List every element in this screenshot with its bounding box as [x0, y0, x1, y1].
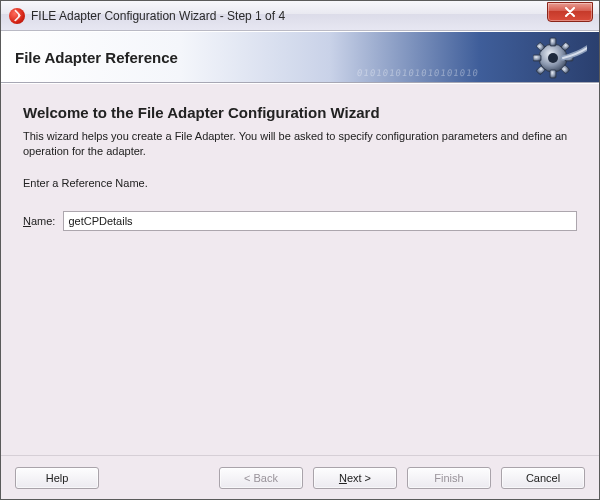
wizard-window: FILE Adapter Configuration Wizard - Step…: [0, 0, 600, 500]
svg-rect-2: [550, 38, 556, 46]
app-icon: [9, 8, 25, 24]
wizard-description: This wizard helps you create a File Adap…: [23, 129, 577, 159]
name-input[interactable]: [63, 211, 577, 231]
banner-title: File Adapter Reference: [15, 49, 178, 66]
banner-decoration-digits: 0101010101010101010: [356, 68, 479, 78]
name-label: Name:: [23, 215, 55, 227]
svg-point-1: [548, 53, 558, 63]
name-field-row: Name:: [23, 211, 577, 231]
button-bar: Help < Back Next > Finish Cancel: [1, 455, 599, 499]
next-button[interactable]: Next >: [313, 467, 397, 489]
svg-rect-5: [533, 55, 541, 61]
content-area: Welcome to the File Adapter Configuratio…: [1, 83, 599, 455]
close-button[interactable]: [547, 2, 593, 22]
close-icon: [564, 7, 576, 17]
name-prompt: Enter a Reference Name.: [23, 177, 577, 189]
back-button: < Back: [219, 467, 303, 489]
gear-icon: [533, 36, 587, 80]
help-button[interactable]: Help: [15, 467, 99, 489]
svg-rect-3: [550, 70, 556, 78]
welcome-title: Welcome to the File Adapter Configuratio…: [23, 104, 577, 121]
titlebar[interactable]: FILE Adapter Configuration Wizard - Step…: [1, 1, 599, 31]
cancel-button[interactable]: Cancel: [501, 467, 585, 489]
window-title: FILE Adapter Configuration Wizard - Step…: [31, 9, 285, 23]
banner: File Adapter Reference 01010101010101010…: [1, 31, 599, 83]
finish-button: Finish: [407, 467, 491, 489]
